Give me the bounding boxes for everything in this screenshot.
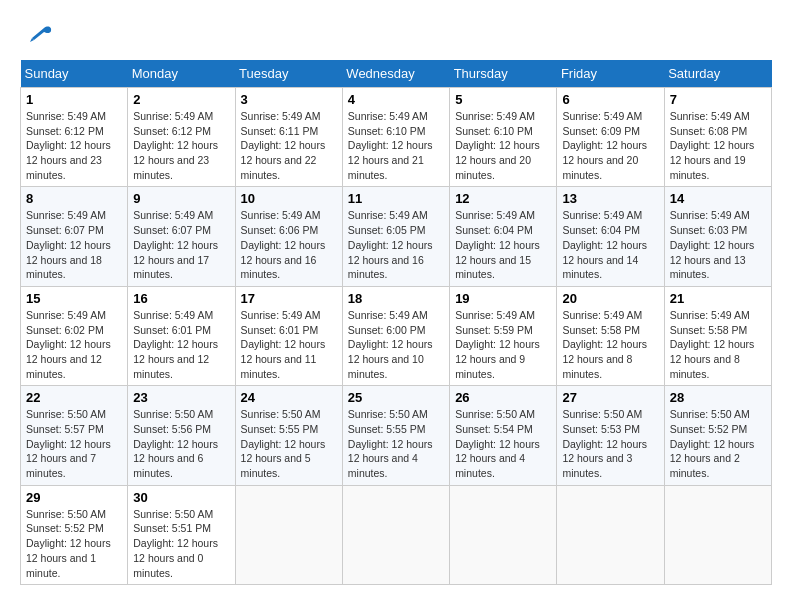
day-cell-10: 10 Sunrise: 5:49 AMSunset: 6:06 PMDaylig… bbox=[235, 187, 342, 286]
day-info: Sunrise: 5:49 AMSunset: 6:05 PMDaylight:… bbox=[348, 209, 433, 280]
day-cell-29: 29 Sunrise: 5:50 AMSunset: 5:52 PMDaylig… bbox=[21, 485, 128, 584]
calendar: SundayMondayTuesdayWednesdayThursdayFrid… bbox=[20, 60, 772, 585]
day-cell-22: 22 Sunrise: 5:50 AMSunset: 5:57 PMDaylig… bbox=[21, 386, 128, 485]
day-cell-5: 5 Sunrise: 5:49 AMSunset: 6:10 PMDayligh… bbox=[450, 88, 557, 187]
day-cell-7: 7 Sunrise: 5:49 AMSunset: 6:08 PMDayligh… bbox=[664, 88, 771, 187]
weekday-header-monday: Monday bbox=[128, 60, 235, 88]
week-row-3: 15 Sunrise: 5:49 AMSunset: 6:02 PMDaylig… bbox=[21, 286, 772, 385]
day-info: Sunrise: 5:50 AMSunset: 5:52 PMDaylight:… bbox=[26, 508, 111, 579]
day-info: Sunrise: 5:49 AMSunset: 6:04 PMDaylight:… bbox=[455, 209, 540, 280]
weekday-header-wednesday: Wednesday bbox=[342, 60, 449, 88]
day-info: Sunrise: 5:50 AMSunset: 5:53 PMDaylight:… bbox=[562, 408, 647, 479]
weekday-header-tuesday: Tuesday bbox=[235, 60, 342, 88]
day-info: Sunrise: 5:49 AMSunset: 6:10 PMDaylight:… bbox=[455, 110, 540, 181]
day-info: Sunrise: 5:49 AMSunset: 6:01 PMDaylight:… bbox=[133, 309, 218, 380]
day-number: 25 bbox=[348, 390, 444, 405]
day-number: 16 bbox=[133, 291, 229, 306]
day-info: Sunrise: 5:49 AMSunset: 6:03 PMDaylight:… bbox=[670, 209, 755, 280]
day-number: 5 bbox=[455, 92, 551, 107]
day-info: Sunrise: 5:49 AMSunset: 6:12 PMDaylight:… bbox=[133, 110, 218, 181]
day-number: 12 bbox=[455, 191, 551, 206]
day-info: Sunrise: 5:50 AMSunset: 5:57 PMDaylight:… bbox=[26, 408, 111, 479]
empty-cell bbox=[235, 485, 342, 584]
empty-cell bbox=[342, 485, 449, 584]
week-row-2: 8 Sunrise: 5:49 AMSunset: 6:07 PMDayligh… bbox=[21, 187, 772, 286]
day-cell-28: 28 Sunrise: 5:50 AMSunset: 5:52 PMDaylig… bbox=[664, 386, 771, 485]
day-info: Sunrise: 5:49 AMSunset: 6:11 PMDaylight:… bbox=[241, 110, 326, 181]
day-info: Sunrise: 5:49 AMSunset: 6:08 PMDaylight:… bbox=[670, 110, 755, 181]
day-cell-23: 23 Sunrise: 5:50 AMSunset: 5:56 PMDaylig… bbox=[128, 386, 235, 485]
day-number: 3 bbox=[241, 92, 337, 107]
day-cell-12: 12 Sunrise: 5:49 AMSunset: 6:04 PMDaylig… bbox=[450, 187, 557, 286]
day-number: 6 bbox=[562, 92, 658, 107]
day-number: 21 bbox=[670, 291, 766, 306]
day-info: Sunrise: 5:49 AMSunset: 5:58 PMDaylight:… bbox=[562, 309, 647, 380]
weekday-header-row: SundayMondayTuesdayWednesdayThursdayFrid… bbox=[21, 60, 772, 88]
day-number: 28 bbox=[670, 390, 766, 405]
day-info: Sunrise: 5:50 AMSunset: 5:55 PMDaylight:… bbox=[348, 408, 433, 479]
day-cell-30: 30 Sunrise: 5:50 AMSunset: 5:51 PMDaylig… bbox=[128, 485, 235, 584]
day-cell-1: 1 Sunrise: 5:49 AMSunset: 6:12 PMDayligh… bbox=[21, 88, 128, 187]
day-number: 18 bbox=[348, 291, 444, 306]
day-cell-14: 14 Sunrise: 5:49 AMSunset: 6:03 PMDaylig… bbox=[664, 187, 771, 286]
day-cell-19: 19 Sunrise: 5:49 AMSunset: 5:59 PMDaylig… bbox=[450, 286, 557, 385]
day-number: 11 bbox=[348, 191, 444, 206]
day-number: 23 bbox=[133, 390, 229, 405]
logo bbox=[20, 20, 54, 50]
day-number: 13 bbox=[562, 191, 658, 206]
day-number: 27 bbox=[562, 390, 658, 405]
day-number: 26 bbox=[455, 390, 551, 405]
day-info: Sunrise: 5:49 AMSunset: 6:09 PMDaylight:… bbox=[562, 110, 647, 181]
day-number: 9 bbox=[133, 191, 229, 206]
day-cell-25: 25 Sunrise: 5:50 AMSunset: 5:55 PMDaylig… bbox=[342, 386, 449, 485]
day-info: Sunrise: 5:49 AMSunset: 6:07 PMDaylight:… bbox=[133, 209, 218, 280]
day-number: 2 bbox=[133, 92, 229, 107]
day-info: Sunrise: 5:49 AMSunset: 5:58 PMDaylight:… bbox=[670, 309, 755, 380]
empty-cell bbox=[450, 485, 557, 584]
day-number: 24 bbox=[241, 390, 337, 405]
day-info: Sunrise: 5:50 AMSunset: 5:52 PMDaylight:… bbox=[670, 408, 755, 479]
weekday-header-saturday: Saturday bbox=[664, 60, 771, 88]
week-row-1: 1 Sunrise: 5:49 AMSunset: 6:12 PMDayligh… bbox=[21, 88, 772, 187]
day-cell-18: 18 Sunrise: 5:49 AMSunset: 6:00 PMDaylig… bbox=[342, 286, 449, 385]
day-number: 22 bbox=[26, 390, 122, 405]
day-cell-16: 16 Sunrise: 5:49 AMSunset: 6:01 PMDaylig… bbox=[128, 286, 235, 385]
day-cell-6: 6 Sunrise: 5:49 AMSunset: 6:09 PMDayligh… bbox=[557, 88, 664, 187]
day-info: Sunrise: 5:49 AMSunset: 6:01 PMDaylight:… bbox=[241, 309, 326, 380]
day-info: Sunrise: 5:49 AMSunset: 6:12 PMDaylight:… bbox=[26, 110, 111, 181]
header bbox=[20, 20, 772, 50]
day-cell-8: 8 Sunrise: 5:49 AMSunset: 6:07 PMDayligh… bbox=[21, 187, 128, 286]
week-row-5: 29 Sunrise: 5:50 AMSunset: 5:52 PMDaylig… bbox=[21, 485, 772, 584]
day-cell-21: 21 Sunrise: 5:49 AMSunset: 5:58 PMDaylig… bbox=[664, 286, 771, 385]
weekday-header-friday: Friday bbox=[557, 60, 664, 88]
day-info: Sunrise: 5:49 AMSunset: 6:00 PMDaylight:… bbox=[348, 309, 433, 380]
day-cell-15: 15 Sunrise: 5:49 AMSunset: 6:02 PMDaylig… bbox=[21, 286, 128, 385]
day-info: Sunrise: 5:50 AMSunset: 5:54 PMDaylight:… bbox=[455, 408, 540, 479]
day-cell-3: 3 Sunrise: 5:49 AMSunset: 6:11 PMDayligh… bbox=[235, 88, 342, 187]
day-number: 15 bbox=[26, 291, 122, 306]
day-number: 7 bbox=[670, 92, 766, 107]
week-row-4: 22 Sunrise: 5:50 AMSunset: 5:57 PMDaylig… bbox=[21, 386, 772, 485]
day-info: Sunrise: 5:50 AMSunset: 5:51 PMDaylight:… bbox=[133, 508, 218, 579]
day-info: Sunrise: 5:49 AMSunset: 6:07 PMDaylight:… bbox=[26, 209, 111, 280]
weekday-header-thursday: Thursday bbox=[450, 60, 557, 88]
day-number: 17 bbox=[241, 291, 337, 306]
day-info: Sunrise: 5:49 AMSunset: 6:04 PMDaylight:… bbox=[562, 209, 647, 280]
day-number: 1 bbox=[26, 92, 122, 107]
bird-icon bbox=[24, 20, 54, 50]
day-info: Sunrise: 5:49 AMSunset: 6:10 PMDaylight:… bbox=[348, 110, 433, 181]
day-number: 8 bbox=[26, 191, 122, 206]
day-number: 4 bbox=[348, 92, 444, 107]
day-info: Sunrise: 5:50 AMSunset: 5:56 PMDaylight:… bbox=[133, 408, 218, 479]
empty-cell bbox=[664, 485, 771, 584]
day-number: 30 bbox=[133, 490, 229, 505]
day-info: Sunrise: 5:49 AMSunset: 5:59 PMDaylight:… bbox=[455, 309, 540, 380]
day-cell-20: 20 Sunrise: 5:49 AMSunset: 5:58 PMDaylig… bbox=[557, 286, 664, 385]
day-cell-24: 24 Sunrise: 5:50 AMSunset: 5:55 PMDaylig… bbox=[235, 386, 342, 485]
day-cell-4: 4 Sunrise: 5:49 AMSunset: 6:10 PMDayligh… bbox=[342, 88, 449, 187]
day-cell-13: 13 Sunrise: 5:49 AMSunset: 6:04 PMDaylig… bbox=[557, 187, 664, 286]
day-number: 19 bbox=[455, 291, 551, 306]
day-cell-27: 27 Sunrise: 5:50 AMSunset: 5:53 PMDaylig… bbox=[557, 386, 664, 485]
weekday-header-sunday: Sunday bbox=[21, 60, 128, 88]
day-cell-26: 26 Sunrise: 5:50 AMSunset: 5:54 PMDaylig… bbox=[450, 386, 557, 485]
